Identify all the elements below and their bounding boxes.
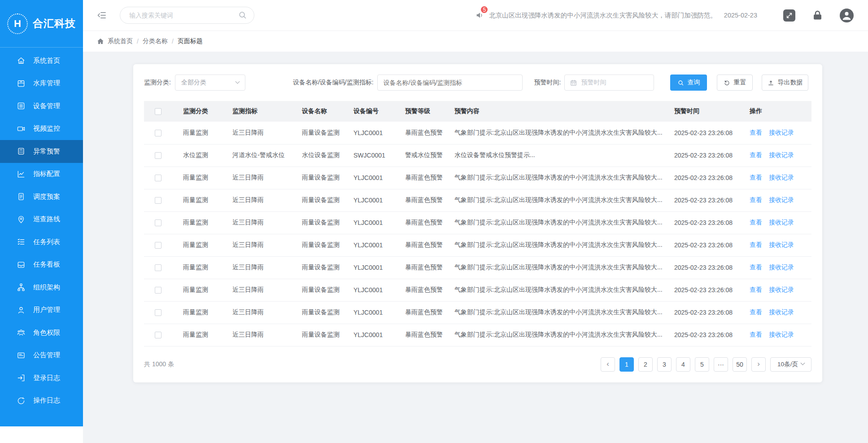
row-checkbox[interactable]	[155, 264, 161, 271]
sidebar-item-warning[interactable]: 异常预警	[0, 140, 83, 163]
cell-actions: 查看接收记录	[742, 211, 811, 234]
export-button[interactable]: 导出数据	[762, 75, 808, 91]
receive-record-link[interactable]: 接收记录	[769, 196, 794, 203]
pagination-prev[interactable]: ‹	[601, 357, 615, 372]
page-size-select[interactable]: 10条/页	[770, 357, 811, 372]
cell-actions: 查看接收记录	[742, 279, 811, 301]
cell-actions: 查看接收记录	[742, 189, 811, 211]
cell-category: 雨量监测	[176, 324, 225, 346]
receive-record-link[interactable]: 接收记录	[769, 174, 794, 181]
view-link[interactable]: 查看	[750, 308, 762, 316]
sidebar-item-login-log[interactable]: 登录日志	[0, 367, 83, 390]
receive-record-link[interactable]: 接收记录	[769, 263, 794, 271]
pagination-page-5[interactable]: 5	[695, 357, 709, 372]
sidebar-item-route[interactable]: 巡查路线	[0, 208, 83, 231]
pagination-page-4[interactable]: 4	[676, 357, 690, 372]
row-checkbox[interactable]	[155, 219, 161, 226]
cell-time: 2025-02-23 23:26:08	[667, 256, 742, 279]
query-button[interactable]: 查询	[670, 75, 707, 91]
chart-icon	[17, 170, 26, 179]
cell-time: 2025-02-23 23:26:08	[667, 144, 742, 167]
view-link[interactable]: 查看	[750, 241, 762, 248]
receive-record-link[interactable]: 接收记录	[769, 331, 794, 338]
receive-record-link[interactable]: 接收记录	[769, 151, 794, 158]
view-link[interactable]: 查看	[750, 129, 762, 136]
fullscreen-icon[interactable]	[783, 9, 795, 22]
sidebar-collapse-icon[interactable]	[96, 10, 107, 21]
row-checkbox[interactable]	[155, 175, 161, 181]
cell-category: 雨量监测	[176, 279, 225, 301]
reset-button[interactable]: 重置	[717, 75, 753, 91]
sidebar-item-video[interactable]: 视频监控	[0, 118, 83, 140]
row-checkbox[interactable]	[155, 332, 161, 338]
cell-actions: 查看接收记录	[742, 167, 811, 189]
sidebar-item-notice[interactable]: 公告管理	[0, 344, 83, 367]
view-link[interactable]: 查看	[750, 196, 762, 203]
device-filter-input[interactable]	[377, 75, 523, 91]
view-link[interactable]: 查看	[750, 263, 762, 271]
receive-record-link[interactable]: 接收记录	[769, 308, 794, 316]
cell-indicator: 近三日降雨	[225, 234, 295, 256]
cell-category: 雨量监测	[176, 189, 225, 211]
pagination-page-3[interactable]: 3	[657, 357, 672, 372]
sidebar-item-device[interactable]: 设备管理	[0, 95, 83, 118]
category-select[interactable]: 全部分类	[175, 75, 245, 91]
warning-time-input[interactable]: 预警时间	[564, 75, 654, 91]
select-all-checkbox[interactable]	[155, 108, 161, 115]
sidebar-item-op-log[interactable]: 操作日志	[0, 390, 83, 412]
user-avatar[interactable]	[840, 9, 854, 22]
pagination-page-1[interactable]: 1	[619, 357, 634, 372]
cell-content: 气象部门提示:北京山区出现强降水诱发的中小河流洪水次生灾害风险较大...	[447, 167, 667, 189]
receive-record-link[interactable]: 接收记录	[769, 129, 794, 136]
time-filter-label: 预警时间:	[534, 79, 561, 87]
sidebar-item-task-board[interactable]: 任务看板	[0, 254, 83, 276]
view-link[interactable]: 查看	[750, 219, 762, 226]
row-checkbox[interactable]	[155, 309, 161, 316]
sidebar-item-home[interactable]: 系统首页	[0, 49, 83, 72]
receive-record-link[interactable]: 接收记录	[769, 286, 794, 293]
cell-category: 雨量监测	[176, 122, 225, 144]
sidebar-item-roles[interactable]: 角色权限	[0, 321, 83, 344]
search-input[interactable]	[120, 7, 254, 24]
row-checkbox[interactable]	[155, 287, 161, 294]
sidebar-item-org[interactable]: 组织架构	[0, 276, 83, 299]
cell-device_name: 雨量设备监测	[295, 324, 346, 346]
row-checkbox[interactable]	[155, 242, 161, 249]
view-link[interactable]: 查看	[750, 331, 762, 338]
app-logo[interactable]: H 合汇科技	[0, 0, 83, 48]
row-checkbox-cell	[144, 189, 176, 211]
view-link[interactable]: 查看	[750, 286, 762, 293]
breadcrumb-item-home[interactable]: 系统首页	[108, 37, 133, 45]
sidebar-item-reservoir[interactable]: 水库管理	[0, 72, 83, 95]
receive-record-link[interactable]: 接收记录	[769, 241, 794, 248]
cell-time: 2025-02-23 23:26:08	[667, 189, 742, 211]
row-checkbox[interactable]	[155, 130, 161, 136]
sidebar-item-label: 视频监控	[33, 124, 60, 133]
row-checkbox[interactable]	[155, 152, 161, 159]
announcement-speaker-icon[interactable]: 5	[475, 10, 485, 20]
receive-record-link[interactable]: 接收记录	[769, 219, 794, 226]
row-checkbox[interactable]	[155, 197, 161, 204]
row-checkbox-cell	[144, 279, 176, 301]
operation-icon	[17, 396, 26, 405]
cell-level: 暴雨蓝色预警	[398, 189, 447, 211]
device-filter-label: 设备名称/设备编码/监测指标:	[293, 79, 374, 87]
cell-level: 暴雨蓝色预警	[398, 279, 447, 301]
sidebar-item-plan[interactable]: 调度预案	[0, 185, 83, 208]
view-link[interactable]: 查看	[750, 174, 762, 181]
cell-content: 气象部门提示:北京山区出现强降水诱发的中小河流洪水次生灾害风险较大...	[447, 122, 667, 144]
sidebar-item-label: 任务看板	[33, 260, 60, 269]
sidebar-item-users[interactable]: 用户管理	[0, 299, 83, 322]
cell-content: 气象部门提示:北京山区出现强降水诱发的中小河流洪水次生灾害风险较大...	[447, 234, 667, 256]
pagination-page-50[interactable]: 50	[733, 357, 747, 372]
pagination-next[interactable]: ›	[751, 357, 766, 372]
search-icon[interactable]	[238, 10, 247, 20]
sidebar-item-task-list[interactable]: 任务列表	[0, 231, 83, 254]
pagination-ellipsis[interactable]: ···	[714, 357, 728, 372]
sidebar-item-indicator[interactable]: 指标配置	[0, 163, 83, 186]
pagination-page-2[interactable]: 2	[638, 357, 653, 372]
breadcrumb-item-category[interactable]: 分类名称	[143, 37, 168, 45]
lock-icon[interactable]	[811, 9, 824, 22]
view-link[interactable]: 查看	[750, 151, 762, 158]
cell-category: 水位监测	[176, 144, 225, 167]
